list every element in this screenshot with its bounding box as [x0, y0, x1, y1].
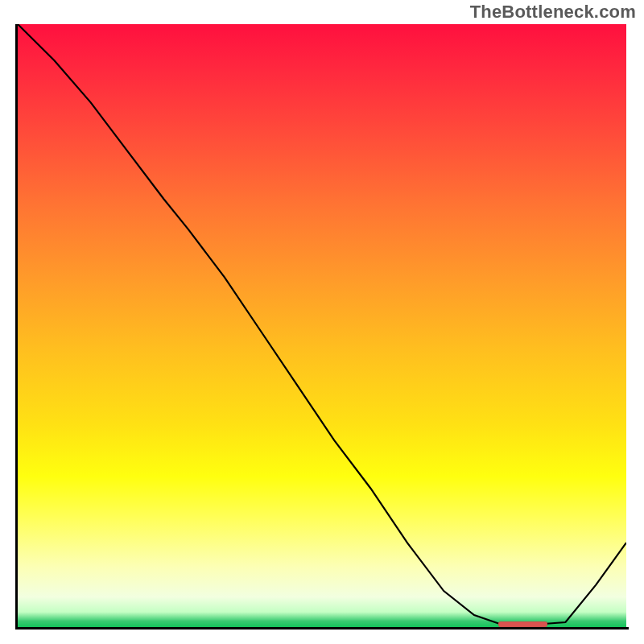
bottleneck-curve-path: [18, 24, 626, 625]
x-axis: [15, 627, 629, 630]
chart-container: TheBottleneck.com 0 100 0 100 line: [0, 0, 644, 644]
watermark-text: TheBottleneck.com: [470, 2, 636, 23]
curve-svg: [18, 24, 626, 627]
optimal-region-marker: [498, 621, 547, 627]
plot-area: [15, 24, 629, 630]
